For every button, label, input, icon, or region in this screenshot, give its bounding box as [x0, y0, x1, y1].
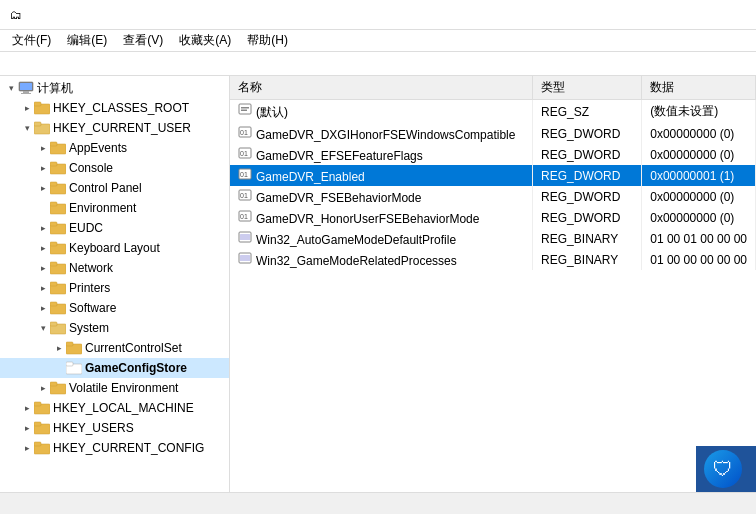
expander-environment [36, 200, 50, 216]
tree-label-control-panel: Control Panel [69, 181, 142, 195]
expander-hkey-local-machine[interactable]: ▸ [20, 400, 34, 416]
cell-type-7: REG_BINARY [533, 249, 642, 270]
table-row[interactable]: 01GameDVR_FSEBehaviorModeREG_DWORD0x0000… [230, 186, 756, 207]
tree-item-console[interactable]: ▸ Console [0, 158, 229, 178]
menu-item-e[interactable]: 编辑(E) [59, 30, 115, 51]
menu-item-a[interactable]: 收藏夹(A) [171, 30, 239, 51]
table-row[interactable]: 01GameDVR_EnabledREG_DWORD0x00000001 (1) [230, 165, 756, 186]
tree-label-network: Network [69, 261, 113, 275]
svg-rect-27 [50, 322, 57, 326]
svg-rect-56 [240, 255, 250, 261]
menu-item-v[interactable]: 查看(V) [115, 30, 171, 51]
tree-item-software[interactable]: ▸ Software [0, 298, 229, 318]
reg-name-6: Win32_AutoGameModeDefaultProfile [256, 233, 456, 247]
expander-gameconfigstore [52, 360, 66, 376]
svg-rect-29 [66, 342, 73, 346]
folder-icon-hkey-users [34, 421, 50, 435]
tree-item-keyboard-layout[interactable]: ▸ Keyboard Layout [0, 238, 229, 258]
reg-name-2: GameDVR_EFSEFeatureFlags [256, 149, 423, 163]
tree-label-console: Console [69, 161, 113, 175]
status-bar [0, 492, 756, 514]
tree-item-currentcontrolset[interactable]: ▸ CurrentControlSet [0, 338, 229, 358]
cell-type-6: REG_BINARY [533, 228, 642, 249]
expander-hkey-classes-root[interactable]: ▸ [20, 100, 34, 116]
menu-item-f[interactable]: 文件(F) [4, 30, 59, 51]
svg-rect-25 [50, 302, 57, 306]
table-row[interactable]: Win32_GameModeRelatedProcessesREG_BINARY… [230, 249, 756, 270]
svg-rect-39 [34, 442, 41, 446]
window-controls [614, 0, 752, 30]
menu-item-h[interactable]: 帮助(H) [239, 30, 296, 51]
expander-currentcontrolset[interactable]: ▸ [52, 340, 66, 356]
maximize-button[interactable] [660, 0, 706, 30]
table-row[interactable]: Win32_AutoGameModeDefaultProfileREG_BINA… [230, 228, 756, 249]
title-bar: 🗂 [0, 0, 756, 30]
expander-hkey-users[interactable]: ▸ [20, 420, 34, 436]
svg-rect-37 [34, 422, 41, 426]
tree-item-environment[interactable]: Environment [0, 198, 229, 218]
expander-printers[interactable]: ▸ [36, 280, 50, 296]
svg-rect-7 [34, 122, 41, 126]
cell-name-7: Win32_GameModeRelatedProcesses [230, 249, 533, 270]
tree-label-computer: 计算机 [37, 80, 73, 97]
expander-eudc[interactable]: ▸ [36, 220, 50, 236]
tree-item-hkey-local-machine[interactable]: ▸ HKEY_LOCAL_MACHINE [0, 398, 229, 418]
tree-item-gameconfigstore[interactable]: GameConfigStore [0, 358, 229, 378]
tree-item-control-panel[interactable]: ▸ Control Panel [0, 178, 229, 198]
tree-item-hkey-current-config[interactable]: ▸ HKEY_CURRENT_CONFIG [0, 438, 229, 458]
reg-icon-6 [238, 230, 252, 244]
tree-item-hkey-users[interactable]: ▸ HKEY_USERS [0, 418, 229, 438]
reg-name-1: GameDVR_DXGIHonorFSEWindowsCompatible [256, 128, 515, 142]
tree-item-appevents[interactable]: ▸ AppEvents [0, 138, 229, 158]
table-row[interactable]: 01GameDVR_EFSEFeatureFlagsREG_DWORD0x000… [230, 144, 756, 165]
svg-rect-1 [20, 83, 32, 90]
cell-name-6: Win32_AutoGameModeDefaultProfile [230, 228, 533, 249]
folder-icon-keyboard-layout [50, 241, 66, 255]
tree-item-network[interactable]: ▸ Network [0, 258, 229, 278]
cell-data-6: 01 00 01 00 00 00 [642, 228, 756, 249]
tree-item-printers[interactable]: ▸ Printers [0, 278, 229, 298]
tree-item-hkey-classes-root[interactable]: ▸ HKEY_CLASSES_ROOT [0, 98, 229, 118]
title-bar-left: 🗂 [8, 7, 30, 23]
tree-label-hkey-users: HKEY_USERS [53, 421, 134, 435]
close-button[interactable] [706, 0, 752, 30]
expander-volatile-environment[interactable]: ▸ [36, 380, 50, 396]
tree-label-hkey-local-machine: HKEY_LOCAL_MACHINE [53, 401, 194, 415]
tree-item-system[interactable]: ▾ System [0, 318, 229, 338]
svg-rect-3 [21, 93, 31, 94]
folder-icon-volatile-environment [50, 381, 66, 395]
folder-icon-currentcontrolset [66, 341, 82, 355]
minimize-button[interactable] [614, 0, 660, 30]
expander-keyboard-layout[interactable]: ▸ [36, 240, 50, 256]
folder-icon-hkey-local-machine [34, 401, 50, 415]
tree-item-volatile-environment[interactable]: ▸ Volatile Environment [0, 378, 229, 398]
expander-control-panel[interactable]: ▸ [36, 180, 50, 196]
expander-software[interactable]: ▸ [36, 300, 50, 316]
expander-system[interactable]: ▾ [36, 320, 50, 336]
reg-icon-5: 01 [238, 209, 252, 223]
tree-item-hkey-current-user[interactable]: ▾ HKEY_CURRENT_USER [0, 118, 229, 138]
table-row[interactable]: 01GameDVR_HonorUserFSEBehaviorModeREG_DW… [230, 207, 756, 228]
tree-item-eudc[interactable]: ▸ EUDC [0, 218, 229, 238]
svg-rect-42 [241, 110, 247, 112]
cell-name-3: 01GameDVR_Enabled [230, 165, 533, 186]
svg-text:01: 01 [240, 129, 248, 136]
right-panel: 名称类型数据 (默认)REG_SZ(数值未设置)01GameDVR_DXGIHo… [230, 76, 756, 492]
cell-name-1: 01GameDVR_DXGIHonorFSEWindowsCompatible [230, 123, 533, 144]
expander-hkey-current-user[interactable]: ▾ [20, 120, 34, 136]
table-row[interactable]: (默认)REG_SZ(数值未设置) [230, 100, 756, 124]
svg-rect-33 [50, 382, 57, 386]
tree-label-system: System [69, 321, 109, 335]
expander-computer[interactable]: ▾ [4, 80, 18, 96]
svg-text:01: 01 [240, 150, 248, 157]
col-header-1: 类型 [533, 76, 642, 100]
svg-rect-11 [50, 162, 57, 166]
tree-item-computer[interactable]: ▾ 计算机 [0, 78, 229, 98]
table-row[interactable]: 01GameDVR_DXGIHonorFSEWindowsCompatibleR… [230, 123, 756, 144]
expander-appevents[interactable]: ▸ [36, 140, 50, 156]
address-bar [0, 52, 756, 76]
svg-rect-2 [23, 91, 29, 93]
expander-console[interactable]: ▸ [36, 160, 50, 176]
expander-network[interactable]: ▸ [36, 260, 50, 276]
expander-hkey-current-config[interactable]: ▸ [20, 440, 34, 456]
